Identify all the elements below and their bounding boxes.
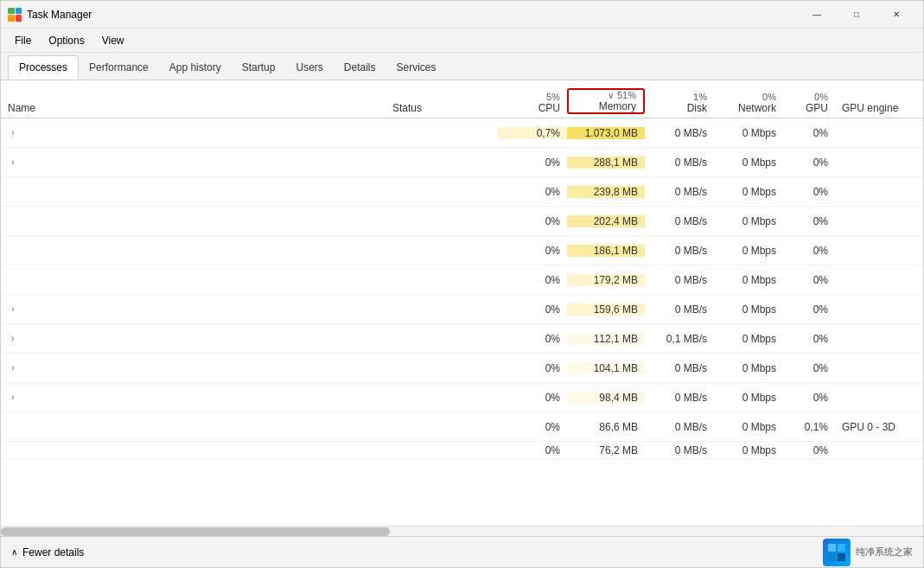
cell-network-1: 0 Mbps (714, 156, 783, 169)
cell-cpu-5: 0% (498, 274, 567, 286)
cell-cpu-0: 0,7% (498, 127, 567, 139)
cell-memory-1: 288,1 MB (567, 156, 645, 169)
cell-cpu-4: 0% (498, 245, 567, 257)
cell-memory-9: 98,4 MB (567, 392, 645, 404)
table-row[interactable]: › 0,7% 1.073,0 MB 0 MB/s 0 Mbps 0% (1, 118, 923, 148)
cell-disk-9: 0 MB/s (645, 392, 714, 404)
table-row[interactable]: › 0% 112,1 MB 0,1 MB/s 0 Mbps 0% (1, 324, 923, 354)
col-header-status[interactable]: Status (386, 102, 498, 114)
col-header-gpu[interactable]: 0% GPU (783, 92, 835, 114)
main-content: Name Status 5% CPU ∨ 51% Memory 1% Disk (1, 80, 923, 526)
cell-memory-8: 104,1 MB (567, 362, 645, 374)
col-header-network[interactable]: 0% Network (714, 92, 783, 114)
maximize-button[interactable]: □ (837, 1, 876, 29)
table-row[interactable]: › 0% 98,4 MB 0 MB/s 0 Mbps 0% (1, 383, 923, 412)
memory-pct: 51% (617, 90, 636, 100)
col-header-name[interactable]: Name (1, 102, 386, 114)
network-pct: 0% (721, 92, 776, 102)
column-headers: Name Status 5% CPU ∨ 51% Memory 1% Disk (1, 80, 923, 118)
bottom-bar: ∧ Fewer details 纯净系统之家 (1, 536, 923, 567)
watermark-logo (823, 539, 851, 566)
cell-disk-2: 0 MB/s (645, 186, 714, 198)
menu-file[interactable]: File (8, 31, 38, 50)
cell-gpu-5: 0% (783, 274, 835, 286)
tab-performance[interactable]: Performance (79, 55, 159, 80)
tab-details[interactable]: Details (334, 55, 386, 80)
fewer-details-label: Fewer details (22, 546, 84, 558)
table-row[interactable]: 0% 186,1 MB 0 MB/s 0 Mbps 0% (1, 236, 923, 265)
cell-gpu-11: 0% (783, 444, 835, 456)
minimize-button[interactable]: — (797, 1, 837, 29)
table-row[interactable]: 0% 179,2 MB 0 MB/s 0 Mbps 0% (1, 265, 923, 295)
horizontal-scrollbar[interactable] (1, 526, 923, 536)
expand-icon[interactable]: › (8, 334, 18, 344)
cell-disk-7: 0,1 MB/s (645, 333, 714, 345)
cell-memory-7: 112,1 MB (567, 333, 645, 345)
table-row[interactable]: 0% 202,4 MB 0 MB/s 0 Mbps 0% (1, 207, 923, 236)
cell-cpu-7: 0% (498, 333, 567, 345)
expand-icon[interactable]: › (8, 363, 18, 373)
cell-gpu-9: 0% (783, 392, 835, 404)
col-header-memory[interactable]: ∨ 51% Memory (567, 88, 645, 114)
table-row[interactable]: 0% 76,2 MB 0 MB/s 0 Mbps 0% (1, 442, 923, 459)
cell-disk-8: 0 MB/s (645, 362, 714, 374)
close-button[interactable]: ✕ (876, 1, 916, 29)
cell-memory-4: 186,1 MB (567, 245, 645, 257)
app-icon (8, 8, 22, 22)
col-header-gpu-engine[interactable]: GPU engine (835, 102, 923, 114)
cell-network-4: 0 Mbps (714, 245, 783, 257)
cell-disk-10: 0 MB/s (645, 421, 714, 433)
memory-sort-icon: ∨ (608, 91, 614, 100)
cell-network-7: 0 Mbps (714, 333, 783, 345)
cell-network-8: 0 Mbps (714, 362, 783, 374)
cell-name-8: › (1, 363, 386, 373)
table-row[interactable]: 0% 239,8 MB 0 MB/s 0 Mbps 0% (1, 177, 923, 207)
cell-gpu-engine-10: GPU 0 - 3D (835, 421, 923, 433)
task-manager-window: Task Manager — □ ✕ File Options View Pro… (0, 0, 924, 568)
expand-icon[interactable]: › (8, 128, 18, 138)
expand-icon[interactable]: › (8, 157, 18, 168)
cell-gpu-8: 0% (783, 362, 835, 374)
table-row[interactable]: › 0% 159,6 MB 0 MB/s 0 Mbps 0% (1, 295, 923, 324)
tab-app-history[interactable]: App history (159, 55, 232, 80)
menu-view[interactable]: View (95, 31, 131, 50)
cell-name-9: › (1, 392, 386, 403)
cell-network-5: 0 Mbps (714, 274, 783, 286)
menu-options[interactable]: Options (41, 31, 91, 50)
gpu-label: GPU (790, 102, 828, 114)
network-label: Network (721, 102, 776, 114)
cell-cpu-10: 0% (498, 421, 567, 433)
table-row[interactable]: › 0% 104,1 MB 0 MB/s 0 Mbps 0% (1, 354, 923, 383)
cell-network-9: 0 Mbps (714, 392, 783, 404)
svg-rect-1 (838, 544, 845, 552)
h-scrollbar-thumb[interactable] (1, 527, 390, 536)
fewer-details-button[interactable]: ∧ Fewer details (11, 546, 84, 558)
cell-disk-4: 0 MB/s (645, 245, 714, 257)
col-header-disk[interactable]: 1% Disk (645, 92, 714, 114)
tab-processes[interactable]: Processes (8, 55, 79, 80)
tab-services[interactable]: Services (386, 55, 447, 80)
tab-users[interactable]: Users (285, 55, 333, 80)
process-table[interactable]: › 0,7% 1.073,0 MB 0 MB/s 0 Mbps 0% › 0% … (1, 118, 923, 526)
cpu-pct: 5% (505, 92, 560, 102)
table-row[interactable]: › 0% 288,1 MB 0 MB/s 0 Mbps 0% (1, 148, 923, 177)
cell-cpu-3: 0% (498, 215, 567, 227)
col-header-cpu[interactable]: 5% CPU (498, 92, 567, 114)
expand-icon[interactable]: › (8, 304, 18, 315)
cell-disk-6: 0 MB/s (645, 303, 714, 316)
disk-pct: 1% (652, 92, 707, 102)
cell-gpu-10: 0,1% (783, 421, 835, 433)
col-name-label: Name (8, 102, 35, 114)
cell-network-2: 0 Mbps (714, 186, 783, 198)
svg-rect-0 (828, 544, 836, 552)
title-bar: Task Manager — □ ✕ (1, 1, 923, 29)
window-controls: — □ ✕ (797, 1, 916, 29)
table-row[interactable]: 0% 86,6 MB 0 MB/s 0 Mbps 0,1% GPU 0 - 3D (1, 412, 923, 442)
cell-disk-5: 0 MB/s (645, 274, 714, 286)
tab-startup[interactable]: Startup (232, 55, 286, 80)
fewer-details-chevron-icon: ∧ (11, 547, 17, 557)
svg-rect-3 (838, 553, 845, 561)
cell-name-6: › (1, 304, 386, 315)
expand-icon[interactable]: › (8, 392, 18, 403)
cell-cpu-6: 0% (498, 303, 567, 316)
